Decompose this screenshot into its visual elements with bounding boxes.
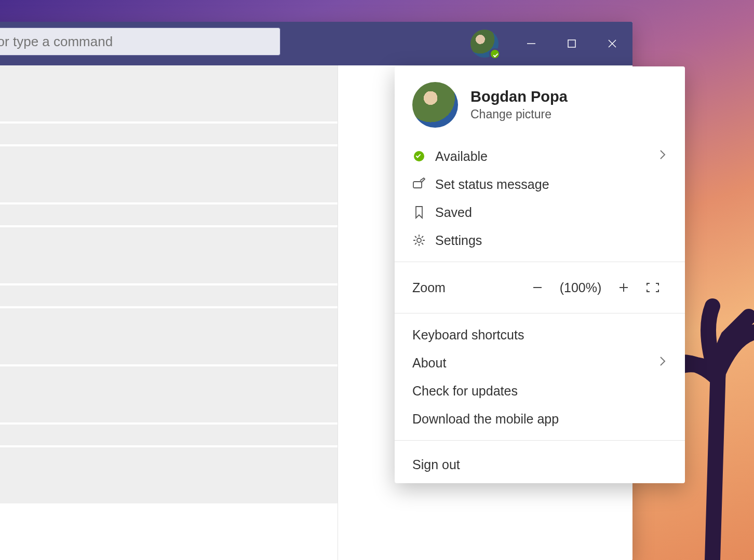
zoom-value: (100%) bbox=[552, 280, 609, 295]
sign-out-menu-item[interactable]: Sign out bbox=[395, 448, 685, 481]
svg-rect-4 bbox=[413, 182, 422, 188]
minimize-button[interactable] bbox=[511, 22, 551, 65]
zoom-row: Zoom (100%) bbox=[395, 269, 685, 306]
download-label: Download the mobile app bbox=[412, 412, 559, 427]
gear-icon bbox=[412, 234, 426, 247]
set-status-label: Set status message bbox=[435, 177, 549, 192]
about-menu-item[interactable]: About bbox=[395, 349, 685, 377]
check-updates-menu-item[interactable]: Check for updates bbox=[395, 377, 685, 405]
close-button[interactable] bbox=[592, 22, 632, 65]
command-search-box[interactable] bbox=[0, 28, 280, 56]
separator bbox=[395, 262, 685, 262]
status-available-icon bbox=[414, 151, 424, 161]
svg-point-5 bbox=[417, 238, 421, 242]
zoom-label: Zoom bbox=[412, 280, 446, 295]
edit-icon bbox=[412, 177, 426, 191]
updates-label: Check for updates bbox=[412, 384, 518, 399]
zoom-in-button[interactable] bbox=[609, 273, 638, 302]
separator bbox=[395, 440, 685, 441]
profile-flyout: Bogdan Popa Change picture Available Set… bbox=[395, 66, 685, 483]
maximize-button[interactable] bbox=[551, 22, 592, 65]
keyboard-label: Keyboard shortcuts bbox=[412, 327, 524, 343]
list-pane bbox=[0, 65, 338, 560]
saved-menu-item[interactable]: Saved bbox=[395, 198, 685, 226]
presence-available-icon bbox=[489, 48, 501, 60]
about-label: About bbox=[412, 356, 446, 371]
keyboard-shortcuts-menu-item[interactable]: Keyboard shortcuts bbox=[395, 321, 685, 349]
zoom-out-button[interactable] bbox=[523, 273, 552, 302]
saved-label: Saved bbox=[435, 205, 472, 220]
separator bbox=[395, 313, 685, 313]
profile-avatar-button[interactable] bbox=[470, 30, 499, 58]
download-mobile-menu-item[interactable]: Download the mobile app bbox=[395, 405, 685, 433]
set-status-menu-item[interactable]: Set status message bbox=[395, 170, 685, 198]
profile-name: Bogdan Popa bbox=[470, 88, 568, 105]
titlebar bbox=[0, 22, 632, 65]
avatar-large bbox=[412, 82, 458, 128]
status-menu-item[interactable]: Available bbox=[395, 142, 685, 170]
search-input[interactable] bbox=[0, 34, 273, 50]
change-picture-link[interactable]: Change picture bbox=[470, 107, 568, 121]
settings-label: Settings bbox=[435, 233, 482, 248]
chevron-right-icon bbox=[658, 148, 667, 164]
fullscreen-button[interactable] bbox=[638, 273, 667, 302]
chevron-right-icon bbox=[658, 355, 667, 371]
signout-label: Sign out bbox=[412, 457, 460, 472]
flyout-header: Bogdan Popa Change picture bbox=[395, 66, 685, 140]
svg-rect-1 bbox=[568, 40, 575, 47]
bookmark-icon bbox=[412, 206, 426, 219]
settings-menu-item[interactable]: Settings bbox=[395, 226, 685, 254]
status-label: Available bbox=[435, 149, 488, 164]
